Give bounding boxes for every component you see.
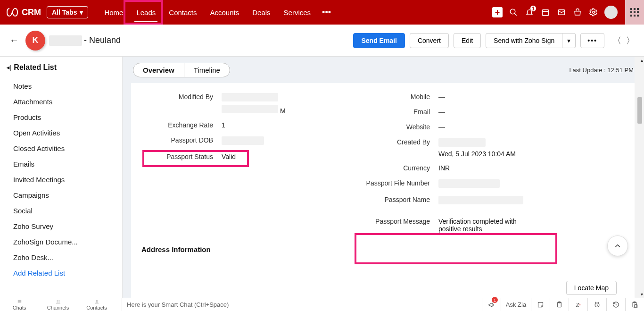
record-header: ← K - Neuland Send Email Convert Edit Se… xyxy=(0,25,644,57)
profile-avatar[interactable] xyxy=(604,6,618,19)
nav-more[interactable]: ••• xyxy=(317,0,336,25)
bb-chats[interactable]: Chats xyxy=(0,299,39,311)
add-icon[interactable]: + xyxy=(492,7,503,17)
redacted-name xyxy=(49,35,82,46)
marketplace-icon[interactable] xyxy=(572,7,583,17)
announcement-icon[interactable]: 1 xyxy=(482,298,501,311)
apps-grid-icon xyxy=(630,8,639,17)
nav-leads[interactable]: Leads xyxy=(130,0,162,25)
field-modified-by: Modified By M xyxy=(141,90,344,118)
svg-point-0 xyxy=(510,9,515,14)
smart-chat-hint[interactable]: Here is your Smart Chat (Ctrl+Space) xyxy=(122,298,482,311)
field-passport-message: Passport Message Verification completed … xyxy=(358,209,625,236)
nav-services[interactable]: Services xyxy=(277,0,318,25)
calendar-icon[interactable] xyxy=(540,7,551,17)
send-zoho-sign-button[interactable]: Send with Zoho Sign xyxy=(486,33,562,48)
edit-button[interactable]: Edit xyxy=(454,33,481,48)
scroll-up-icon[interactable]: ▴ xyxy=(641,58,643,63)
field-exchange-rate: Exchange Rate 1 xyxy=(141,118,344,133)
prev-record[interactable]: 〈 xyxy=(613,35,621,46)
related-attachments[interactable]: Attachments xyxy=(7,94,120,109)
field-website: Website — xyxy=(358,120,625,135)
related-zoho-desk[interactable]: Zoho Desk... xyxy=(7,250,120,265)
redacted-value xyxy=(222,105,278,113)
related-open-activities[interactable]: Open Activities xyxy=(7,125,120,141)
bottom-bar: Chats Channels Contacts Here is your Sma… xyxy=(0,298,644,311)
view-tabs: Overview Timeline xyxy=(133,63,230,77)
send-email-button[interactable]: Send Email xyxy=(353,33,405,48)
back-arrow[interactable]: ← xyxy=(9,35,19,46)
tab-timeline[interactable]: Timeline xyxy=(184,63,230,77)
notifications-icon[interactable]: 1 xyxy=(524,7,535,17)
detail-panel: Modified By M Exchange Rate 1 Passport D… xyxy=(131,83,636,298)
announcement-badge: 1 xyxy=(492,297,498,303)
nav-deals[interactable]: Deals xyxy=(246,0,277,25)
brand-icon xyxy=(7,8,18,17)
bb-contacts[interactable]: Contacts xyxy=(77,299,116,311)
settings-icon[interactable] xyxy=(588,7,599,17)
mail-icon[interactable] xyxy=(556,7,567,17)
field-passport-name: Passport Name xyxy=(358,193,625,209)
apps-launcher[interactable] xyxy=(625,0,644,25)
scrollbar[interactable]: ▴ ▾ xyxy=(635,57,644,298)
nav-home[interactable]: Home xyxy=(98,0,130,25)
tab-bar: Overview Timeline Last Update : 12:51 PM xyxy=(123,57,644,83)
svg-line-1 xyxy=(514,13,517,16)
field-passport-dob: Passport DOB xyxy=(141,133,344,150)
col-left: Modified By M Exchange Rate 1 Passport D… xyxy=(141,90,344,236)
sticky-note-icon[interactable] xyxy=(531,298,550,311)
svg-point-6 xyxy=(57,300,58,302)
caret-down-icon: ▾ xyxy=(80,8,83,16)
topbar: CRM All Tabs ▾ Home Leads Contacts Accou… xyxy=(0,0,644,25)
locate-map-button[interactable]: Locate Map xyxy=(566,281,617,295)
scroll-to-top-button[interactable] xyxy=(607,235,628,256)
all-tabs-dropdown[interactable]: All Tabs ▾ xyxy=(47,6,88,18)
redacted-value xyxy=(222,136,264,145)
paste-icon[interactable] xyxy=(625,298,644,311)
record-pager: 〈 〉 xyxy=(613,35,635,46)
related-emails[interactable]: Emails xyxy=(7,156,120,172)
svg-rect-2 xyxy=(542,10,549,16)
history-icon[interactable] xyxy=(606,298,625,311)
collapse-icon[interactable]: ◂| xyxy=(7,64,11,71)
zia-icon[interactable]: Z• xyxy=(569,298,587,311)
search-icon[interactable] xyxy=(508,7,519,17)
field-created-by: Created By Wed, 5 Jul 2023 10:04 AM xyxy=(358,135,625,161)
section-address-info: Address Information xyxy=(141,245,625,253)
add-related-list-link[interactable]: Add Related List xyxy=(7,265,120,281)
related-list-header: ◂| Related List xyxy=(7,63,120,72)
record-avatar: K xyxy=(25,31,45,50)
related-campaigns[interactable]: Campaigns xyxy=(7,187,120,203)
notif-badge: 1 xyxy=(530,5,537,12)
nav-contacts[interactable]: Contacts xyxy=(162,0,203,25)
next-record[interactable]: 〉 xyxy=(626,35,635,46)
scroll-down-icon[interactable]: ▾ xyxy=(641,292,643,297)
redacted-value xyxy=(222,93,278,101)
send-zoho-sign-caret[interactable]: ▾ xyxy=(562,33,576,48)
related-zohosign-docs[interactable]: ZohoSign Docume... xyxy=(7,234,120,250)
field-passport-status: Passport Status Valid xyxy=(141,150,344,165)
ask-zia-button[interactable]: Ask Zia xyxy=(501,298,531,311)
related-notes[interactable]: Notes xyxy=(7,78,120,94)
scrollbar-thumb[interactable] xyxy=(637,97,642,124)
related-social[interactable]: Social xyxy=(7,203,120,219)
related-invited-meetings[interactable]: Invited Meetings xyxy=(7,172,120,187)
nav-accounts[interactable]: Accounts xyxy=(204,0,246,25)
nav: Home Leads Contacts Accounts Deals Servi… xyxy=(98,0,336,25)
svg-point-8 xyxy=(96,300,98,302)
related-products[interactable]: Products xyxy=(7,109,120,125)
content-area: Overview Timeline Last Update : 12:51 PM… xyxy=(123,57,644,298)
topbar-right: + 1 xyxy=(492,0,637,25)
svg-point-7 xyxy=(58,300,59,302)
related-zoho-survey[interactable]: Zoho Survey xyxy=(7,219,120,234)
field-email: Email — xyxy=(358,105,625,120)
clipboard-icon[interactable] xyxy=(550,298,569,311)
related-closed-activities[interactable]: Closed Activities xyxy=(7,141,120,156)
last-update: Last Update : 12:51 PM xyxy=(569,67,634,74)
more-actions-button[interactable]: ••• xyxy=(580,33,604,48)
bb-channels[interactable]: Channels xyxy=(39,299,77,311)
convert-button[interactable]: Convert xyxy=(410,33,449,48)
reminder-icon[interactable] xyxy=(587,298,606,311)
tab-overview[interactable]: Overview xyxy=(133,63,184,77)
bottom-left: Chats Channels Contacts xyxy=(0,299,116,311)
